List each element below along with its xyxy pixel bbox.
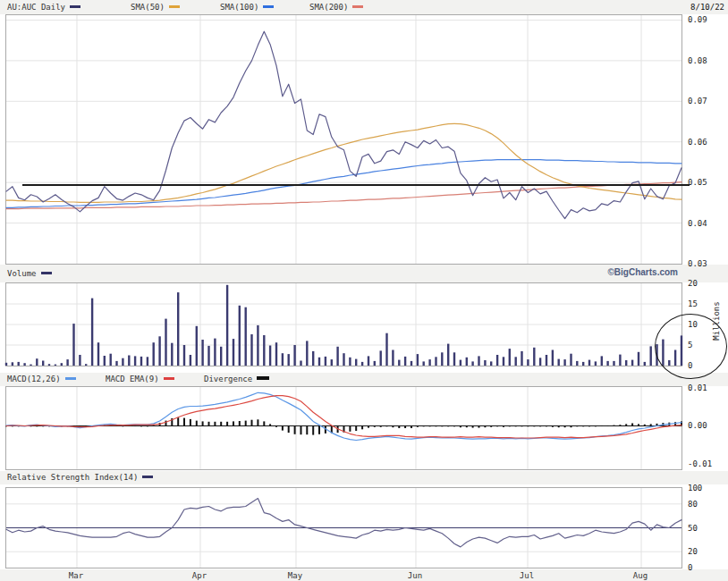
legend-item-sma100: SMA(100) (220, 0, 274, 14)
x-axis-month-label: May (282, 571, 309, 580)
legend-macd-label: MACD(12,26) (7, 375, 61, 383)
volume-highlight-circle-icon (655, 314, 727, 379)
rsi-ytick-label: 80 (688, 500, 725, 509)
price-ytick-label: 0.09 (688, 15, 725, 24)
price-chart-canvas (6, 15, 681, 264)
legend-item-divergence: Divergence (204, 373, 269, 386)
price-ytick-label: 0.06 (688, 138, 725, 147)
legend-sma200-label: SMA(200) (309, 3, 348, 12)
macd-legend-strip: MACD(12,26) MACD EMA(9) Divergence (0, 373, 728, 386)
rsi-legend-strip: Relative Strength Index(14) (0, 471, 728, 484)
x-axis-strip (0, 569, 728, 581)
legend-item-macd: MACD(12,26) (7, 373, 76, 386)
volume-ytick-label: 20 (688, 279, 725, 288)
last-price-line (22, 184, 690, 186)
x-axis-month-label: Apr (186, 571, 213, 580)
legend-sma100-label: SMA(100) (220, 3, 258, 12)
legend-item-volume: Volume (7, 265, 52, 282)
rsi-ytick-label: 50 (688, 524, 725, 533)
bigcharts-stock-chart: AU:AUC Daily SMA(50) SMA(100) SMA(200) 8… (0, 0, 728, 581)
legend-volume-label: Volume (7, 269, 37, 278)
legend-item-macd-ema: MACD EMA(9) (106, 373, 174, 386)
sma200-line-swatch-icon (352, 5, 363, 8)
legend-item-sma200: SMA(200) (309, 0, 363, 14)
sma100-line-swatch-icon (263, 5, 274, 8)
price-ytick-label: 0.07 (688, 97, 725, 105)
legend-sma50-label: SMA(50) (131, 3, 165, 12)
price-ytick-label: 0.03 (688, 259, 725, 268)
rsi-ytick-label: 100 (688, 484, 725, 493)
price-ytick-label: 0.04 (688, 219, 725, 228)
macd-ema-swatch-icon (164, 377, 174, 380)
x-axis-month-label: Aug (627, 571, 654, 580)
legend-item-daily: AU:AUC Daily (7, 0, 80, 14)
volume-swatch-icon (41, 272, 52, 274)
macd-chart-canvas (6, 387, 681, 469)
price-ytick-label: 0.08 (688, 56, 725, 65)
x-axis-month-label: Jun (402, 571, 428, 580)
chart-date: 8/10/22 (690, 0, 724, 14)
rsi-ytick-label: 20 (688, 547, 725, 556)
legend-item-sma50: SMA(50) (131, 0, 180, 14)
rsi-chart-canvas (6, 488, 681, 568)
macd-ytick-label: -0.01 (688, 459, 725, 468)
bigcharts-watermark: ©BigCharts.com (608, 267, 679, 277)
macd-line-swatch-icon (65, 377, 76, 380)
legend-rsi-label: Relative Strength Index(14) (7, 473, 138, 482)
macd-ytick-label: 0.01 (688, 383, 725, 392)
sma50-line-swatch-icon (169, 5, 180, 8)
legend-daily-label: AU:AUC Daily (7, 3, 65, 12)
legend-macd-ema-label: MACD EMA(9) (106, 375, 159, 383)
x-axis-month-label: Mar (63, 571, 89, 580)
x-axis-month-label: Jul (513, 571, 540, 580)
legend-divergence-label: Divergence (204, 375, 252, 383)
rsi-ytick-label: 0 (688, 563, 725, 572)
macd-ytick-label: 0.00 (688, 421, 725, 430)
rsi-line-swatch-icon (142, 476, 153, 478)
legend-item-rsi: Relative Strength Index(14) (7, 471, 153, 484)
divergence-swatch-icon (257, 376, 269, 380)
price-legend-strip: AU:AUC Daily SMA(50) SMA(100) SMA(200) 8… (0, 0, 728, 14)
volume-chart-canvas (6, 283, 681, 366)
price-ytick-label: 0.05 (688, 178, 725, 187)
daily-line-swatch-icon (70, 5, 80, 8)
volume-legend-strip: Volume ©BigCharts.com (0, 265, 728, 282)
